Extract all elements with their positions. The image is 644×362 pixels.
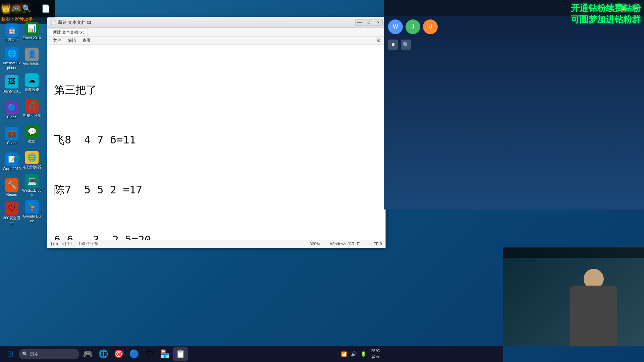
close-button[interactable]: × [374, 19, 383, 26]
admin-icon: 👤 [25, 48, 39, 61]
desktop-icon-360[interactable]: 🛡 360安全卫士 [2, 201, 22, 226]
sys-icons: 📶 🔊 🔋 [340, 350, 368, 358]
game-icon-file[interactable]: 📄 [41, 4, 50, 13]
antivirus-taskbar-icon: 🛡 [146, 349, 154, 359]
wechat-icon: 💬 [25, 125, 39, 138]
googleduck-label: Google Duck [22, 214, 42, 223]
desktop-icons-col2: 📊 Excel 2010 👤 Administr... ☁ 奇趣云桌 🎵 网易云… [22, 18, 42, 224]
text-line-4: 6 6 3 2 5=20 [54, 232, 379, 240]
notepad-title: 新建 文本文档.txt [58, 19, 355, 25]
avatar-j[interactable]: J [406, 19, 420, 34]
desktop-icon-admin[interactable]: 👤 Administr... [22, 44, 42, 69]
chrome-taskbar-icon: 🔵 [129, 349, 139, 359]
taskbar-store[interactable]: 🏪 [158, 347, 172, 361]
game-icon-shield[interactable]: 🛡 [33, 4, 40, 13]
system-clock[interactable]: 26°C 多云 [370, 348, 381, 360]
person-figure [564, 259, 624, 346]
minimize-button[interactable]: — [355, 19, 364, 26]
menu-edit[interactable]: 编辑 [65, 37, 79, 44]
desktop-icon-wangyun[interactable]: 🎵 网易云音乐 [22, 96, 42, 121]
battery-icon[interactable]: 🔋 [359, 350, 368, 358]
notepad-tab-bar: 新建 文本文档.txt + [47, 28, 385, 37]
360-icon: 🛡 [5, 202, 18, 215]
notepad-app-icon: 📄 [50, 19, 56, 25]
desktop-icon-word[interactable]: 📝 Word 2010 [2, 149, 22, 174]
tab-add-button[interactable]: + [89, 28, 97, 36]
assistant-icon: 🤖 [5, 23, 18, 37]
right-panel: 🔔 ✕ W J U ≡ 🔍 开通钻粉续费钻粉 可圆梦加进钻粉群 [384, 0, 644, 209]
status-lineending: Windows (CRLF) [330, 242, 361, 246]
taskbar-browser-ie[interactable]: 🌐 [96, 347, 111, 361]
client-label: Client [7, 141, 16, 145]
windows-logo-icon: ⊞ [7, 350, 13, 358]
menu-file[interactable]: 文件 [50, 37, 64, 44]
werun-icon: 💻 [25, 174, 39, 188]
ie-label: Internet Explorer [2, 61, 21, 70]
excel-icon: 📊 [25, 22, 39, 35]
maximize-button[interactable]: □ [365, 19, 373, 26]
game-icon-crown[interactable]: 👑 [1, 4, 10, 13]
store-taskbar-icon: 🏪 [160, 349, 170, 359]
webcam-area [503, 247, 644, 346]
desktop-icon-wechat[interactable]: 💬 微信 [22, 122, 42, 147]
assistant-label: 百度助手 [4, 38, 19, 42]
game-icon-search[interactable]: 🔍 [22, 4, 31, 13]
repair-icon: 🔧 [5, 178, 18, 192]
weather: 多云 [371, 354, 380, 360]
taskbar-search-bar[interactable]: 🔍 搜索 [19, 349, 79, 359]
taskbar-steam[interactable]: 🎯 [111, 347, 126, 361]
repair-label: Repair [6, 192, 17, 197]
search-taskbar-placeholder: 搜索 [30, 351, 39, 357]
status-zoom: 320% [310, 242, 320, 246]
taskbar-chrome-browser[interactable]: 🔵 [127, 347, 142, 361]
notepad-text-area[interactable]: 第三把了 飞8 4 7 6=11 陈7 5 5 2 =17 6 6 3 2 5=… [47, 45, 385, 240]
statusbar-right: 320% Windows (CRLF) UTF-8 [310, 242, 382, 246]
search-panel-icon[interactable]: 🔍 [401, 40, 411, 50]
notepad-statusbar: 行 5，列 16 150 个字符 320% Windows (CRLF) UTF… [47, 240, 385, 248]
chrome-label: 谷歌浏览器 [23, 165, 41, 169]
game1-icon: 🎮 [83, 349, 93, 359]
titlebar-controls: — □ × [355, 19, 383, 26]
steam-taskbar-icon: 🎯 [114, 349, 124, 359]
desktop-icon-blobs[interactable]: 🔵 Blobs [2, 98, 22, 123]
taskbar-game1[interactable]: 🎮 [80, 347, 95, 361]
desktop-icon-repair[interactable]: 🔧 Repair [2, 175, 22, 200]
temperature: 26°C [371, 348, 380, 354]
wangyun-icon: 🎵 [25, 99, 39, 113]
list-icon[interactable]: ≡ [388, 40, 398, 50]
avatar-w[interactable]: W [388, 19, 403, 34]
promo-line-1: 开通钻粉续费钻粉 [571, 3, 641, 14]
desktop-icon-werun[interactable]: 💻 WeSi...Blobs [22, 173, 42, 198]
desktop-icon-bianty[interactable]: 🖼 Bianty 20... [2, 72, 22, 97]
desktop-icon-excel[interactable]: 📊 Excel 2010 [22, 18, 42, 44]
status-chars: 150 个字符 [78, 241, 98, 247]
taskbar: ⊞ 🔍 搜索 🎮 🌐 🎯 🔵 🛡 🏪 📋 📶 � [0, 346, 384, 362]
taskbar-app-icons: 🎮 🌐 🎯 🔵 🛡 🏪 📋 [80, 347, 188, 361]
avatar-u[interactable]: U [423, 19, 438, 34]
promo-text: 开通钻粉续费钻粉 可圆梦加进钻粉群 [571, 3, 641, 25]
notepad-tab-main[interactable]: 新建 文本文档.txt [49, 28, 88, 36]
360-label: 360安全卫士 [2, 216, 21, 225]
settings-icon[interactable]: ⚙ [375, 37, 383, 45]
right-panel-actions: ≡ 🔍 [384, 38, 644, 52]
status-position: 行 5，列 16 [51, 241, 72, 247]
taskbar-notepad[interactable]: 📋 [173, 347, 188, 361]
status-encoding: UTF-8 [371, 242, 382, 246]
game-icon-6[interactable]: 🎮 [12, 4, 21, 13]
start-button[interactable]: ⊞ [3, 347, 17, 361]
googleduck-icon: 🦆 [25, 200, 39, 214]
desktop-icon-ie[interactable]: 🌐 Internet Explorer [2, 46, 22, 71]
desktop-icon-assistant[interactable]: 🤖 百度助手 [2, 20, 22, 45]
text-line-3: 陈7 5 5 2 =17 [54, 182, 379, 198]
desktop-icon-googleduck[interactable]: 🦆 Google Duck [22, 199, 42, 224]
wifi-icon[interactable]: 📶 [340, 350, 348, 358]
desktop-icon-chrome[interactable]: 🌐 谷歌浏览器 [22, 147, 42, 173]
taskbar-antivirus[interactable]: 🛡 [142, 347, 157, 361]
desktop-icon-client[interactable]: 💼 Client [2, 123, 22, 148]
desktop-icon-qiyun[interactable]: ☁ 奇趣云桌 [22, 70, 42, 95]
blobs-icon: 🔵 [5, 101, 18, 114]
system-tray: 📶 🔊 🔋 26°C 多云 [337, 346, 384, 362]
word-label: Word 2010 [3, 167, 21, 171]
volume-icon[interactable]: 🔊 [350, 350, 358, 358]
menu-view[interactable]: 查看 [79, 37, 94, 44]
